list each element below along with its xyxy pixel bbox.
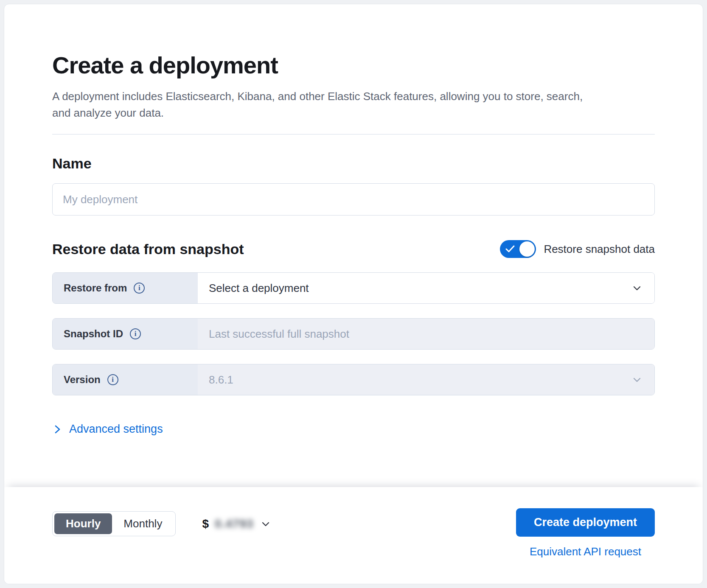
- info-icon[interactable]: i: [130, 328, 141, 339]
- chevron-right-icon: [52, 423, 62, 435]
- restore-from-label: Restore from: [64, 282, 127, 294]
- advanced-settings-label: Advanced settings: [69, 423, 163, 436]
- submit-area: Create deployment Equivalent API request: [516, 508, 655, 558]
- currency-symbol: $: [202, 517, 209, 531]
- deployment-name-input[interactable]: [52, 183, 655, 216]
- restore-snapshot-toggle-label: Restore snapshot data: [544, 243, 655, 256]
- snapshot-id-label: Snapshot ID: [64, 328, 123, 340]
- version-row: Version i 8.6.1: [52, 364, 655, 395]
- page-title: Create a deployment: [52, 52, 655, 79]
- restore-snapshot-toggle-group: Restore snapshot data: [500, 240, 655, 258]
- billing-period-toggle: Hourly Monthly: [52, 511, 176, 536]
- snapshot-section-heading: Restore data from snapshot: [52, 241, 244, 258]
- create-deployment-card: Create a deployment A deployment include…: [4, 4, 703, 584]
- restore-from-row: Restore from i Select a deployment: [52, 272, 655, 304]
- main-content: Create a deployment A deployment include…: [4, 4, 703, 487]
- page-subtitle: A deployment includes Elasticsearch, Kib…: [52, 88, 600, 121]
- toggle-knob: [519, 241, 535, 257]
- version-value: 8.6.1: [209, 373, 233, 386]
- price-dropdown[interactable]: $ 0.4793: [202, 517, 271, 531]
- advanced-settings-link[interactable]: Advanced settings: [52, 423, 163, 436]
- chevron-down-icon: [631, 373, 643, 386]
- divider: [52, 134, 655, 134]
- chevron-down-icon: [260, 518, 272, 530]
- snapshot-id-row: Snapshot ID i Last successful full snaps…: [52, 318, 655, 350]
- restore-from-label-cell: Restore from i: [53, 273, 198, 303]
- price-amount-blurred: 0.4793: [215, 517, 254, 531]
- name-section-heading: Name: [52, 155, 655, 172]
- info-icon[interactable]: i: [107, 374, 118, 385]
- chevron-down-icon: [631, 282, 643, 294]
- hourly-button[interactable]: Hourly: [54, 513, 112, 534]
- restore-from-select[interactable]: Select a deployment: [198, 273, 654, 303]
- billing-controls: Hourly Monthly $ 0.4793: [52, 511, 272, 536]
- snapshot-id-label-cell: Snapshot ID i: [53, 319, 198, 349]
- restore-snapshot-toggle[interactable]: [500, 240, 536, 258]
- snapshot-section-header: Restore data from snapshot Restore snaps…: [52, 240, 655, 258]
- version-select: 8.6.1: [198, 364, 654, 395]
- check-icon: [505, 245, 515, 253]
- version-label: Version: [64, 374, 101, 386]
- equivalent-api-request-link[interactable]: Equivalent API request: [530, 545, 641, 558]
- restore-from-value: Select a deployment: [209, 282, 309, 295]
- snapshot-id-value: Last successful full snapshot: [209, 328, 349, 341]
- snapshot-id-input: Last successful full snapshot: [198, 319, 654, 349]
- monthly-button[interactable]: Monthly: [112, 513, 174, 534]
- version-label-cell: Version i: [53, 364, 198, 395]
- footer-bar: Hourly Monthly $ 0.4793 Create deploymen…: [4, 487, 703, 584]
- info-icon[interactable]: i: [134, 283, 145, 294]
- create-deployment-button[interactable]: Create deployment: [516, 508, 655, 537]
